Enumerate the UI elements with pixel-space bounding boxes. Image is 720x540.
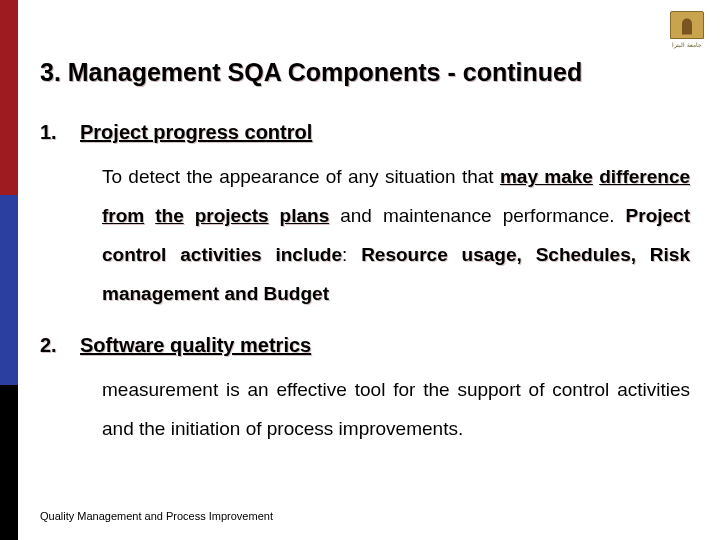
list-item: 1. Project progress control To detect th… xyxy=(40,121,690,314)
slide-content: 3. Management SQA Components - continued… xyxy=(40,58,690,469)
item-body: To detect the appearance of any situatio… xyxy=(80,158,690,314)
logo-arch-icon xyxy=(670,11,704,39)
list-item: 2. Software quality metrics measurement … xyxy=(40,334,690,449)
slide-title: 3. Management SQA Components - continued xyxy=(40,58,690,87)
item-heading: Project progress control xyxy=(80,121,690,144)
slide-footer: Quality Management and Process Improveme… xyxy=(40,510,273,522)
item-body: measurement is an effective tool for the… xyxy=(80,371,690,449)
item-number: 2. xyxy=(40,334,57,357)
topic-list: 1. Project progress control To detect th… xyxy=(40,121,690,449)
logo-caption: جامعة البترا xyxy=(672,41,702,48)
item-heading: Software quality metrics xyxy=(80,334,690,357)
university-logo: جامعة البترا xyxy=(664,6,710,52)
item-number: 1. xyxy=(40,121,57,144)
sidebar-stripe-red xyxy=(0,0,18,195)
